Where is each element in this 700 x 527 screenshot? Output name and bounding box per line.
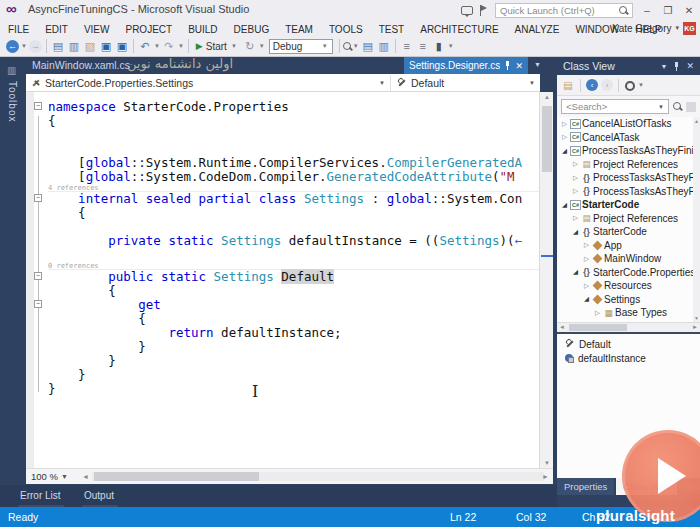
save-all-icon[interactable]: ▣ (114, 38, 130, 54)
redo-icon[interactable]: ↷ (161, 38, 177, 54)
collapsed-icon[interactable]: ▷ (582, 255, 591, 263)
close-button[interactable]: ✕ (682, 5, 696, 16)
tree-item-startercode[interactable]: ◢C#StarterCode (557, 198, 693, 212)
dropdown-caret-icon[interactable]: ▼ (178, 43, 184, 49)
minimize-button[interactable]: – (640, 5, 654, 16)
solution-configuration-combobox[interactable]: Debug▼ (269, 39, 333, 54)
collapsed-icon[interactable]: ▷ (582, 241, 591, 249)
undo-icon[interactable]: ↶ (137, 38, 153, 54)
back-icon[interactable]: ‹ (586, 79, 598, 91)
tab-list-dropdown-icon[interactable]: ▼ (534, 61, 541, 68)
expanded-icon[interactable]: ◢ (582, 295, 591, 303)
tree-item-startercode-properties[interactable]: ◢{}StarterCode.Properties (557, 266, 693, 280)
tree-item-project-references[interactable]: ▷▤Project References (557, 212, 693, 226)
scroll-up-icon[interactable]: ▲ (540, 94, 554, 100)
window-position-dropdown-icon[interactable]: ▼ (661, 63, 668, 70)
type-dropdown[interactable]: StarterCode.Properties.Settings ▼ (26, 75, 391, 91)
add-item-icon[interactable]: ▥ (66, 38, 82, 54)
member-dropdown[interactable]: Default ▼ (392, 75, 540, 91)
scroll-left-icon[interactable]: ◄ (82, 473, 89, 480)
menu-team[interactable]: TEAM (277, 24, 321, 35)
notifications-flag-icon[interactable] (480, 5, 488, 16)
menu-test[interactable]: TEST (371, 24, 413, 35)
tree-horizontal-scrollbar[interactable]: ◄ ► (557, 322, 700, 332)
tree-vertical-scrollbar[interactable]: ▲ ▼ (693, 117, 700, 322)
dropdown-caret-icon[interactable]: ▼ (322, 43, 328, 49)
tree-item-mainwindow[interactable]: ▷MainWindow (557, 252, 693, 266)
editor-vertical-scrollbar[interactable]: ▲ ▼ (539, 92, 553, 468)
tree-item-processtasksastheyfinish-[interactable]: ▷{}ProcessTasksAsTheyFinish. (557, 185, 693, 199)
tab-close-icon[interactable]: ✕ (515, 61, 523, 71)
panel-tab-properties[interactable]: Properties (557, 478, 614, 495)
menu-view[interactable]: VIEW (76, 24, 118, 35)
editor-horizontal-scrollbar[interactable] (92, 472, 544, 481)
close-icon[interactable]: ✕ (686, 61, 694, 71)
quick-launch-input[interactable]: Quick Launch (Ctrl+Q) (495, 3, 633, 18)
new-project-icon[interactable]: ▤ (50, 38, 66, 54)
user-dropdown-caret-icon[interactable]: ▾ (675, 24, 679, 32)
pin-icon[interactable] (673, 62, 680, 71)
tree-item-processtasksastheyfinish[interactable]: ◢C#ProcessTasksAsTheyFinish (557, 144, 693, 158)
expanded-icon[interactable]: ◢ (560, 147, 569, 155)
scrollbar-thumb[interactable] (569, 324, 627, 331)
dropdown-caret-icon[interactable]: ▼ (638, 82, 644, 88)
collapsed-icon[interactable]: ▷ (571, 174, 580, 182)
member-item-default[interactable]: Default (557, 337, 700, 351)
collapsed-icon[interactable]: ▷ (571, 160, 580, 168)
scroll-down-icon[interactable]: ▼ (540, 460, 554, 466)
tab-settings-designer[interactable]: Settings.Designer.cs ✕ (404, 57, 528, 74)
menu-project[interactable]: PROJECT (117, 24, 180, 35)
tree-item-processtasksastheyfinish[interactable]: ▷{}ProcessTasksAsTheyFinish (557, 171, 693, 185)
open-file-icon[interactable]: ▧ (82, 38, 98, 54)
menu-build[interactable]: BUILD (180, 24, 225, 35)
nav-back-icon[interactable]: ← (6, 40, 19, 53)
menu-file[interactable]: FILE (0, 24, 37, 35)
scrollbar-thumb[interactable] (542, 106, 552, 172)
toolbox-strip[interactable]: ▥ Toolbox (0, 57, 26, 485)
new-folder-icon[interactable]: ▤ (561, 78, 575, 92)
dropdown-caret-icon[interactable]: ▼ (259, 43, 265, 49)
start-debugging-button[interactable]: ▶Start▼ (192, 41, 242, 52)
decrease-indent-icon[interactable]: ≡ (399, 38, 415, 54)
dropdown-caret-icon[interactable]: ▼ (154, 43, 160, 49)
tree-item-cancelalistoftasks[interactable]: ▷C#CancelAListOfTasks (557, 117, 693, 131)
tab-output[interactable]: Output (84, 490, 114, 501)
dropdown-caret-icon[interactable]: ▼ (231, 43, 237, 49)
increase-indent-icon[interactable]: ≡ (415, 38, 431, 54)
nav-forward-icon[interactable]: → (29, 40, 42, 53)
menu-tools[interactable]: TOOLS (321, 24, 371, 35)
scrollbar-thumb[interactable] (94, 472, 259, 481)
scroll-right-icon[interactable]: ► (692, 324, 698, 330)
view-settings-gear-icon[interactable] (624, 80, 634, 90)
collapsed-icon[interactable]: ▷ (571, 187, 580, 195)
scroll-down-icon[interactable]: ▼ (693, 315, 700, 321)
restore-button[interactable]: ❐ (661, 5, 675, 16)
menu-analyze[interactable]: ANALYZE (507, 24, 568, 35)
dropdown-caret-icon[interactable]: ▼ (21, 43, 27, 49)
expanded-icon[interactable]: ◢ (560, 201, 569, 209)
tree-item-resources[interactable]: ▷Resources (557, 279, 693, 293)
class-view-header[interactable]: Class View ▼ ✕ (557, 57, 700, 75)
forward-icon[interactable]: › (601, 79, 613, 91)
find-in-files-icon[interactable] (343, 42, 352, 51)
solution-explorer-icon[interactable]: ▤ (360, 38, 376, 54)
collapsed-icon[interactable]: ▷ (593, 309, 602, 317)
tree-item-settings[interactable]: ◢Settings (557, 293, 693, 307)
scroll-left-icon[interactable]: ◄ (559, 324, 565, 330)
collapsed-icon[interactable]: ▷ (571, 214, 580, 222)
scroll-up-icon[interactable]: ▲ (693, 118, 700, 124)
search-icon[interactable] (673, 102, 682, 111)
tree-item-startercode[interactable]: ◢{}StarterCode (557, 225, 693, 239)
scroll-right-icon[interactable]: ► (542, 473, 549, 480)
zoom-dropdown[interactable]: 100 % ▼ (28, 470, 78, 483)
tree-item-cancelatask[interactable]: ▷C#CancelATask (557, 131, 693, 145)
pin-icon[interactable] (504, 61, 511, 70)
tree-item-project-references[interactable]: ▷▤Project References (557, 158, 693, 172)
member-item-defaultinstance[interactable]: defaultInstance (557, 351, 700, 365)
bookmark-icon[interactable]: ▮ (431, 38, 447, 54)
tree-item-base-types[interactable]: ▷▦Base Types (557, 306, 693, 320)
feedback-icon[interactable] (461, 6, 473, 15)
tree-item-app[interactable]: ▷App (557, 239, 693, 253)
dropdown-caret-icon[interactable]: ▼ (353, 43, 359, 49)
expanded-icon[interactable]: ◢ (571, 268, 580, 276)
